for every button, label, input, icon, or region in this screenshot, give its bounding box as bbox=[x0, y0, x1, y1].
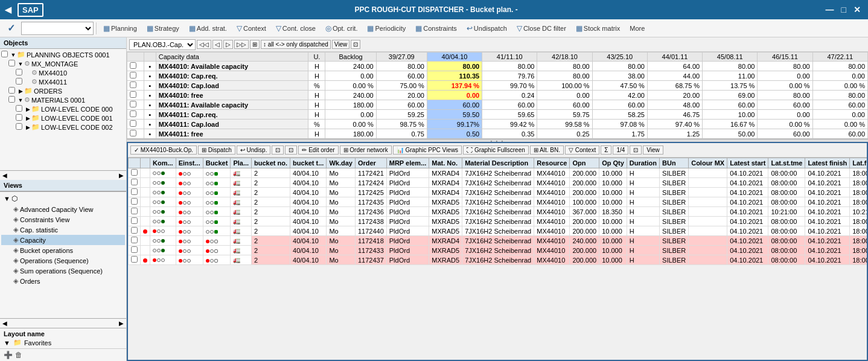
add-icon[interactable]: ➕ bbox=[4, 351, 13, 359]
order-checkbox-9[interactable] bbox=[129, 255, 141, 265]
tree-item-materials[interactable]: ▼ ⚙ MATERIALS 0001 bbox=[1, 95, 125, 104]
undispatch-button[interactable]: ↩ Undispatch bbox=[462, 22, 511, 34]
order-pla-1: 🚛 bbox=[231, 178, 252, 188]
views-scroll-left[interactable]: ◀ bbox=[2, 320, 7, 327]
tree-toggle-planning[interactable]: ▼ bbox=[10, 52, 17, 58]
orders-view-button[interactable]: View bbox=[643, 145, 663, 155]
edit-order-button[interactable]: ✏ Edit order bbox=[298, 145, 338, 155]
graphic-fullscreen-button[interactable]: ⛶ Graphic Fullscreen bbox=[463, 145, 529, 155]
nav-last-button[interactable]: ▷▷ bbox=[234, 40, 249, 49]
expand-icon-button[interactable]: ⊞ bbox=[250, 40, 260, 49]
order-wkday-6: Mo bbox=[327, 226, 356, 236]
tree-item-mx-montage[interactable]: ▼ ⚙ MX_MONTAGE bbox=[1, 59, 125, 68]
nav-next-button[interactable]: ▷ bbox=[223, 40, 233, 49]
constraints-button[interactable]: ▦ Constraints bbox=[411, 22, 461, 34]
panel-scroll-right[interactable]: ▶ bbox=[119, 172, 124, 179]
tree-item-mx44011[interactable]: ⚙ MX44011 bbox=[1, 77, 125, 86]
row-checkbox-7[interactable] bbox=[127, 129, 144, 139]
view-item-constraints[interactable]: ◈ Constraints View bbox=[1, 214, 125, 225]
orders-extra2-button[interactable]: ⊡ bbox=[285, 145, 297, 155]
view-item-capacity[interactable]: ◈ Capacity bbox=[1, 235, 125, 245]
capacity-dropdown[interactable]: PLAN.OBJ.-Cap. bbox=[129, 39, 196, 50]
tree-item-planning-objects[interactable]: ▼ 📁 PLANNING OBJECTS 0001 bbox=[1, 50, 125, 59]
order-checkbox-1[interactable] bbox=[129, 178, 141, 188]
orders-extra3-button[interactable]: ⊡ bbox=[630, 145, 642, 155]
undispatch-orders-button[interactable]: ↩ Undisр. bbox=[237, 145, 271, 155]
order-red-dot-2 bbox=[141, 188, 150, 197]
layout-item-favorites[interactable]: ▼ 📁 Favorites bbox=[4, 339, 123, 347]
opt-crit-button[interactable]: ◎ Opt. crit. bbox=[321, 22, 362, 34]
tree-toggle-orders[interactable]: ▶ bbox=[17, 88, 24, 94]
row-checkbox-0[interactable] bbox=[127, 62, 144, 71]
nav-prev-button[interactable]: ◁ bbox=[212, 40, 222, 49]
row-checkbox-5[interactable] bbox=[127, 110, 144, 120]
stock-matrix-button[interactable]: ▦ Stock matrix bbox=[572, 22, 625, 34]
order-network-button[interactable]: ⊞ Order network bbox=[340, 145, 392, 155]
row-checkbox-2[interactable] bbox=[127, 81, 144, 91]
views-root-dot-icon: ⬡ bbox=[11, 194, 18, 203]
row-checkbox-1[interactable] bbox=[127, 71, 144, 81]
row-checkbox-4[interactable] bbox=[127, 100, 144, 110]
more-button[interactable]: More bbox=[625, 23, 649, 34]
minimize-button[interactable]: — bbox=[823, 5, 837, 14]
extra-button-capacity[interactable]: ⊡ bbox=[351, 40, 360, 49]
order-checkbox-3[interactable] bbox=[129, 197, 141, 207]
periodicity-button[interactable]: ▦ Periodicity bbox=[363, 22, 410, 34]
orders-extra1-button[interactable]: ⊡ bbox=[272, 145, 284, 155]
tree-toggle-llc001[interactable]: ▶ bbox=[24, 115, 31, 121]
tree-item-llc000[interactable]: ▶ 📁 LOW-LEVEL CODE 000 bbox=[1, 104, 125, 113]
delete-icon[interactable]: 🗑 bbox=[15, 351, 22, 359]
order-checkbox-7[interactable] bbox=[129, 236, 141, 246]
confirm-button[interactable]: ✓ bbox=[2, 22, 20, 34]
toggle-dispatched-button[interactable]: ↕ all <-> only dispatched bbox=[261, 40, 331, 49]
order-checkbox-6[interactable] bbox=[129, 226, 141, 236]
tree-toggle-llc000[interactable]: ▶ bbox=[24, 106, 31, 112]
bucket-op-button[interactable]: ✓ MX44010-Buck.Op. bbox=[130, 145, 197, 155]
maximize-button[interactable]: □ bbox=[839, 5, 849, 14]
back-button[interactable]: ◀ bbox=[5, 5, 11, 14]
close-button[interactable]: ✕ bbox=[851, 5, 863, 14]
planning-button[interactable]: ▦ Planning bbox=[99, 22, 141, 34]
order-checkbox-0[interactable] bbox=[129, 168, 141, 178]
view-item-sum-ops-sequence[interactable]: ◈ Sum operations (Sequence) bbox=[1, 266, 125, 276]
order-checkbox-5[interactable] bbox=[129, 217, 141, 226]
context-button[interactable]: ▽ Context bbox=[232, 22, 270, 34]
tree-toggle-montage[interactable]: ▼ bbox=[17, 61, 24, 67]
tree-toggle-materials[interactable]: ▼ bbox=[17, 97, 24, 103]
order-kom-9 bbox=[150, 255, 176, 265]
close-dc-button[interactable]: ▽ Close DC filter bbox=[512, 22, 570, 34]
views-scroll-right[interactable]: ▶ bbox=[119, 320, 124, 327]
row-checkbox-6[interactable] bbox=[127, 120, 144, 129]
add-strat-button[interactable]: ▦ Add. strat. bbox=[185, 22, 231, 34]
page-button[interactable]: 1/4 bbox=[613, 145, 628, 155]
order-checkbox-2[interactable] bbox=[129, 188, 141, 197]
alt-bn-button[interactable]: ⊞ Alt. BN. bbox=[530, 145, 564, 155]
toolbar-dropdown[interactable] bbox=[21, 22, 94, 35]
views-root[interactable]: ▼ ⬡ bbox=[1, 193, 125, 204]
cont-close-button[interactable]: ▽ Cont. close bbox=[272, 22, 320, 34]
view-button-capacity[interactable]: View bbox=[332, 40, 350, 49]
nav-first-button[interactable]: ◁◁ bbox=[197, 40, 211, 49]
graphic-ppc-button[interactable]: 📊 Graphic PPC Views bbox=[393, 145, 462, 155]
tree-item-llc001[interactable]: ▶ 📁 LOW-LEVEL CODE 001 bbox=[1, 113, 125, 123]
view-item-bucket-ops[interactable]: ◈ Bucket operations bbox=[1, 245, 125, 255]
dispatch-button[interactable]: ⊞ Dispatch bbox=[198, 145, 235, 155]
order-checkbox-4[interactable] bbox=[129, 207, 141, 217]
tree-item-orders[interactable]: ▶ 📁 ORDERS bbox=[1, 86, 125, 95]
row-checkbox-3[interactable] bbox=[127, 91, 144, 100]
order-checkbox-8[interactable] bbox=[129, 246, 141, 255]
orders-context-button[interactable]: ▽ Context bbox=[565, 145, 599, 155]
order-einst-5 bbox=[176, 217, 203, 226]
view-item-orders-view[interactable]: ◈ Orders bbox=[1, 276, 125, 286]
view-item-cap-statistic[interactable]: ◈ Cap. statistic bbox=[1, 225, 125, 235]
panel-scroll-left[interactable]: ◀ bbox=[2, 172, 7, 179]
order-mat_no-0: MXRAD4 bbox=[429, 168, 462, 178]
th-colour: Colour MX bbox=[689, 158, 727, 168]
view-item-ops-sequence[interactable]: ◈ Operations (Sequence) bbox=[1, 255, 125, 266]
sum-button[interactable]: Σ bbox=[601, 145, 611, 155]
view-item-advanced-capacity[interactable]: ◈ Advanced Capacity View bbox=[1, 204, 125, 214]
strategy-button[interactable]: ▦ Strategy bbox=[142, 22, 183, 34]
tree-item-mx44010[interactable]: ⚙ MX44010 bbox=[1, 68, 125, 77]
tree-toggle-llc002[interactable]: ▶ bbox=[24, 124, 31, 130]
tree-item-llc002[interactable]: ▶ 📁 LOW-LEVEL CODE 002 bbox=[1, 123, 125, 132]
